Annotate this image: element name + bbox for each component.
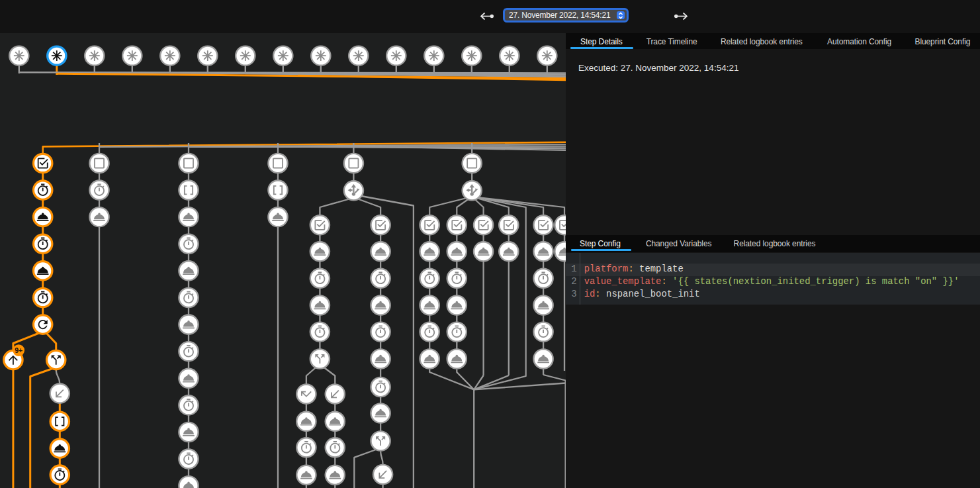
svg-text:9+: 9+ [15,346,22,354]
